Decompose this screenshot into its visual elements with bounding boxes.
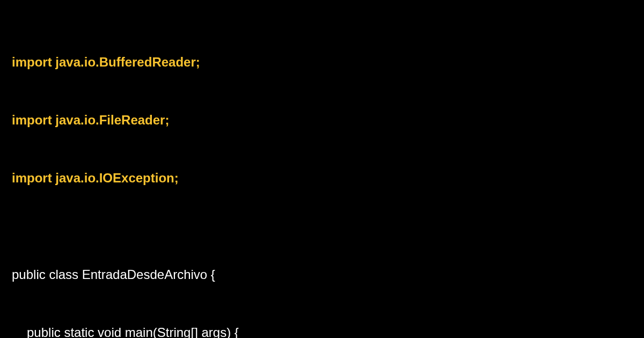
code-line-class-decl: public class EntradaDesdeArchivo { bbox=[12, 265, 632, 284]
code-line-main-decl: public static void main(String[] args) { bbox=[12, 323, 632, 338]
code-line-import-1: import java.io.BufferedReader; bbox=[12, 53, 632, 72]
code-block: import java.io.BufferedReader; import ja… bbox=[12, 14, 632, 338]
code-line-import-3: import java.io.IOException; bbox=[12, 168, 632, 188]
code-line-import-2: import java.io.FileReader; bbox=[12, 111, 632, 130]
